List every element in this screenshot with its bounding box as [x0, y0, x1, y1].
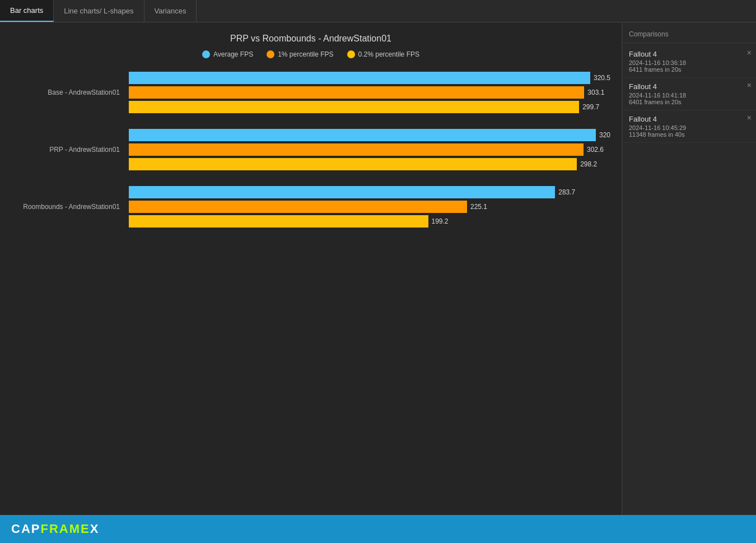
- bar-prp-p1: [129, 143, 584, 156]
- tab-variances[interactable]: Variances: [144, 0, 197, 22]
- tab-bar-charts[interactable]: Bar charts: [0, 0, 54, 22]
- close-button-comp2[interactable]: ×: [747, 81, 752, 89]
- legend-item-p02-fps: 0.2% percentile FPS: [347, 50, 419, 58]
- bar-value-roombounds-p1: 225.1: [470, 203, 487, 211]
- sidebar-title: Comparisons: [622, 28, 756, 43]
- chart-legend: Average FPS1% percentile FPS0.2% percent…: [11, 50, 610, 58]
- bar-value-prp-p1: 302.6: [587, 146, 604, 154]
- comparison-frames-comp3: 11348 frames in 40s: [629, 131, 749, 138]
- comparison-date-comp3: 2024-11-16 10:45:29: [629, 124, 749, 131]
- bar-row-roombounds-p1: 225.1: [129, 201, 610, 213]
- bar-row-base-p1: 303.1: [129, 86, 610, 99]
- bar-row-prp-avg: 320: [129, 129, 610, 141]
- bar-group-bars-prp: 320302.6298.2: [129, 129, 610, 170]
- logo-frame: FRAME: [40, 522, 90, 536]
- legend-item-avg-fps: Average FPS: [202, 50, 253, 58]
- bar-value-prp-p02: 298.2: [580, 160, 597, 168]
- bar-prp-avg: [129, 129, 596, 141]
- legend-label-avg-fps: Average FPS: [213, 50, 253, 58]
- comparison-name-comp1: Fallout 4: [629, 50, 749, 58]
- close-button-comp3[interactable]: ×: [747, 114, 752, 122]
- bar-group-label-prp: PRP - AndrewStation01: [17, 146, 129, 154]
- bar-value-prp-avg: 320: [599, 131, 610, 139]
- bar-row-base-p02: 299.7: [129, 101, 610, 113]
- bar-row-roombounds-avg: 283.7: [129, 186, 610, 198]
- sidebar: Comparisons Fallout 42024-11-16 10:36:18…: [622, 22, 756, 515]
- bar-row-roombounds-p02: 199.2: [129, 215, 610, 228]
- legend-item-p1-fps: 1% percentile FPS: [267, 50, 333, 58]
- bar-group-base: Base - AndrewStation01320.5303.1299.7: [17, 72, 610, 113]
- legend-dot-p02-fps: [347, 50, 355, 58]
- footer: CAPFRAMEX: [0, 515, 756, 543]
- comparison-frames-comp1: 6411 frames in 20s: [629, 66, 749, 73]
- bar-group-label-roombounds: Roombounds - AndrewStation01: [17, 203, 129, 211]
- bar-base-p1: [129, 86, 584, 99]
- logo-x: X: [90, 522, 100, 536]
- legend-dot-p1-fps: [267, 50, 274, 58]
- comparison-date-comp1: 2024-11-16 10:36:18: [629, 59, 749, 66]
- bar-row-prp-p02: 298.2: [129, 158, 610, 170]
- chart-groups: Base - AndrewStation01320.5303.1299.7PRP…: [11, 72, 610, 504]
- comparison-item-comp3[interactable]: Fallout 42024-11-16 10:45:2911348 frames…: [622, 110, 756, 143]
- comparison-name-comp3: Fallout 4: [629, 115, 749, 123]
- tab-bar: Bar chartsLine charts/ L-shapesVariances: [0, 0, 756, 22]
- close-button-comp1[interactable]: ×: [747, 49, 752, 57]
- bar-group-label-base: Base - AndrewStation01: [17, 89, 129, 96]
- bar-value-roombounds-avg: 283.7: [558, 188, 575, 196]
- bar-group-bars-roombounds: 283.7225.1199.2: [129, 186, 610, 228]
- legend-dot-avg-fps: [202, 50, 210, 58]
- legend-label-p1-fps: 1% percentile FPS: [278, 50, 333, 58]
- bar-base-avg: [129, 72, 590, 84]
- bar-group-prp: PRP - AndrewStation01320302.6298.2: [17, 129, 610, 170]
- bar-roombounds-avg: [129, 186, 555, 198]
- main-content: PRP vs Roombounds - AndrewStation01 Aver…: [0, 22, 756, 515]
- chart-area: PRP vs Roombounds - AndrewStation01 Aver…: [0, 22, 622, 515]
- legend-label-p02-fps: 0.2% percentile FPS: [358, 50, 419, 58]
- bar-base-p02: [129, 101, 579, 113]
- bar-roombounds-p02: [129, 215, 428, 228]
- logo-cap: CAP: [11, 522, 40, 536]
- bar-value-base-p02: 299.7: [582, 103, 599, 111]
- bar-value-roombounds-p02: 199.2: [432, 217, 449, 225]
- comparison-item-comp1[interactable]: Fallout 42024-11-16 10:36:186411 frames …: [622, 45, 756, 78]
- bar-value-base-avg: 320.5: [594, 74, 610, 82]
- bar-prp-p02: [129, 158, 577, 170]
- bar-roombounds-p1: [129, 201, 467, 213]
- bar-group-roombounds: Roombounds - AndrewStation01283.7225.119…: [17, 186, 610, 228]
- tab-line-charts[interactable]: Line charts/ L-shapes: [54, 0, 144, 22]
- comparison-name-comp2: Fallout 4: [629, 82, 749, 91]
- bar-group-bars-base: 320.5303.1299.7: [129, 72, 610, 113]
- chart-title: PRP vs Roombounds - AndrewStation01: [11, 34, 610, 44]
- comparison-date-comp2: 2024-11-16 10:41:18: [629, 92, 749, 99]
- footer-logo: CAPFRAMEX: [11, 522, 99, 536]
- comparison-frames-comp2: 6401 frames in 20s: [629, 99, 749, 105]
- bar-value-base-p1: 303.1: [587, 89, 604, 96]
- bar-row-prp-p1: 302.6: [129, 143, 610, 156]
- comparison-item-comp2[interactable]: Fallout 42024-11-16 10:41:186401 frames …: [622, 78, 756, 110]
- bar-row-base-avg: 320.5: [129, 72, 610, 84]
